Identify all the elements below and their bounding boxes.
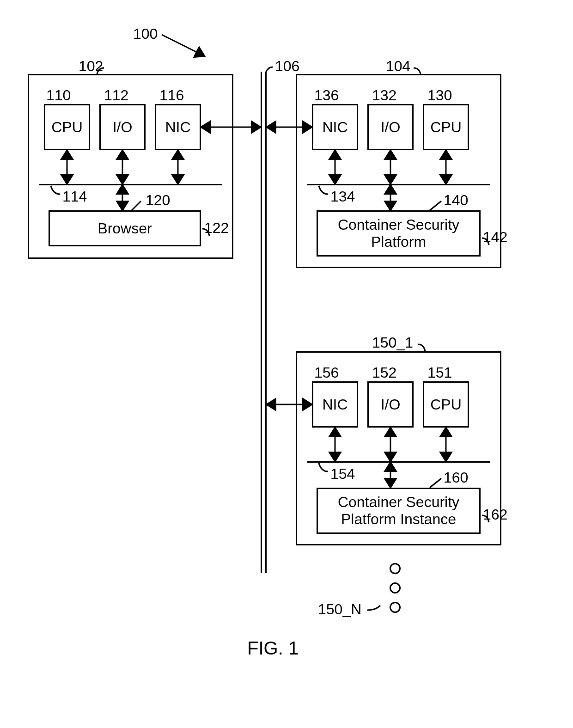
chip-cpu-104: CPU — [423, 104, 469, 150]
chip-label: CPU — [430, 396, 462, 413]
app-label-line1: Container Security — [338, 216, 459, 233]
chip-label: NIC — [165, 119, 190, 136]
chip-cpu-150: CPU — [423, 381, 469, 428]
ref-104: 104 — [386, 58, 410, 75]
ref-152: 152 — [372, 364, 396, 381]
chip-label: I/O — [113, 119, 133, 136]
ref-150-1: 150_1 — [372, 334, 413, 351]
ref-106: 106 — [275, 58, 299, 75]
bus-102 — [39, 184, 222, 185]
app-csp-instance: Container Security Platform Instance — [317, 488, 481, 534]
chip-nic-102: NIC — [155, 104, 201, 150]
ref-160: 160 — [444, 469, 468, 486]
ellipsis-dot — [390, 582, 401, 593]
ref-122: 122 — [204, 220, 229, 237]
ref-162: 162 — [483, 506, 507, 523]
app-label: Browser — [98, 220, 152, 237]
svg-line-0 — [162, 35, 203, 55]
ref-151: 151 — [427, 364, 452, 381]
ref-102: 102 — [79, 58, 103, 75]
chip-label: CPU — [51, 119, 83, 136]
ref-110: 110 — [46, 87, 71, 104]
app-label-line1: Container Security — [338, 494, 459, 511]
chip-cpu-102: CPU — [44, 104, 90, 150]
chip-label: I/O — [381, 119, 401, 136]
app-label-line2: Platform Instance — [341, 511, 456, 528]
ref-116: 116 — [159, 87, 184, 104]
network-bus — [261, 72, 267, 573]
ref-130: 130 — [427, 87, 452, 104]
chip-nic-150: NIC — [312, 381, 358, 428]
figure-caption: FIG. 1 — [247, 638, 299, 659]
bus-150 — [307, 461, 490, 463]
chip-io-102: I/O — [99, 104, 146, 150]
chip-io-150: I/O — [367, 381, 414, 428]
ref-114: 114 — [62, 188, 87, 205]
ref-140: 140 — [444, 192, 468, 209]
diagram-canvas: 100 106 102 CPU 110 I/O 112 NIC 116 114 … — [0, 0, 573, 728]
chip-label: I/O — [381, 396, 401, 413]
chip-label: NIC — [322, 396, 347, 413]
ref-150-n: 150_N — [318, 601, 361, 618]
chip-nic-104: NIC — [312, 104, 358, 150]
ellipsis-dot — [390, 602, 401, 613]
ref-120: 120 — [146, 192, 170, 209]
ref-154: 154 — [330, 465, 355, 483]
ref-156: 156 — [314, 364, 339, 381]
app-csp: Container Security Platform — [317, 210, 481, 257]
app-label-line2: Platform — [371, 233, 426, 251]
ref-112: 112 — [104, 87, 128, 104]
ref-136: 136 — [314, 87, 339, 104]
chip-io-104: I/O — [367, 104, 414, 150]
chip-label: NIC — [322, 119, 347, 136]
ref-134: 134 — [330, 188, 355, 205]
ref-132: 132 — [372, 87, 396, 104]
ref-142: 142 — [483, 229, 507, 246]
app-browser: Browser — [49, 210, 201, 246]
ellipsis-dot — [390, 563, 401, 574]
ref-100: 100 — [133, 25, 158, 43]
chip-label: CPU — [430, 119, 462, 136]
bus-104 — [307, 184, 490, 185]
